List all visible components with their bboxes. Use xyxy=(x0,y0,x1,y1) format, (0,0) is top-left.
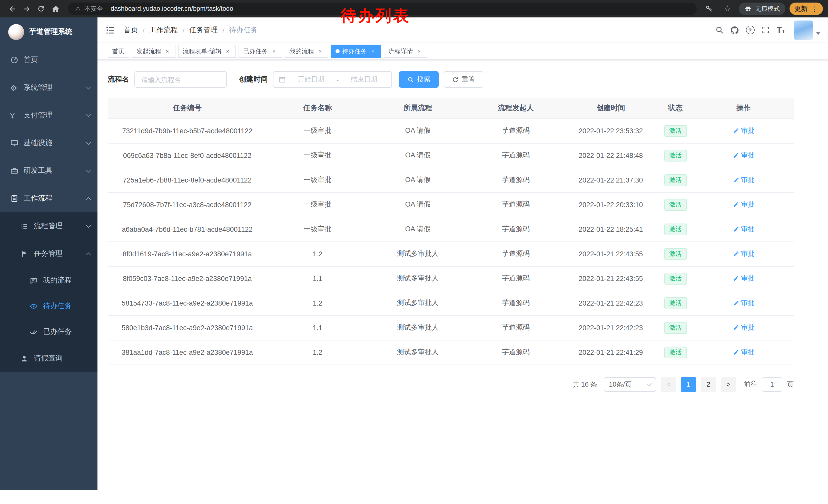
cell-starter: 芋道源码 xyxy=(467,266,564,291)
tab-close-icon[interactable]: × xyxy=(416,48,423,55)
page-size-select[interactable]: 10条/页 xyxy=(604,377,656,392)
sidebar-item-process-management[interactable]: 流程管理 xyxy=(0,212,97,240)
font-size-icon[interactable]: TT xyxy=(773,22,788,38)
header-process: 所属流程 xyxy=(368,98,467,119)
reset-button-label: 重置 xyxy=(462,75,475,84)
browser-home-icon[interactable] xyxy=(48,2,63,16)
search-icon[interactable] xyxy=(711,22,727,38)
bookmark-star-icon[interactable]: ☆ xyxy=(720,2,735,16)
browser-reload-icon[interactable] xyxy=(34,2,48,16)
yen-icon: ¥ xyxy=(10,111,24,119)
help-icon[interactable]: ? xyxy=(742,22,758,38)
cell-task-id: 580e1b3d-7ac8-11ec-a9e2-a2380e71991a xyxy=(108,315,267,340)
chevron-down-icon xyxy=(86,112,91,117)
github-icon[interactable] xyxy=(727,22,742,38)
approve-link[interactable]: 审批 xyxy=(733,225,754,234)
table-row: a6aba0a4-7b6d-11ec-b781-acde48001122 一级审… xyxy=(108,217,794,241)
sidebar-item-devtools[interactable]: 研发工具 xyxy=(0,157,97,185)
browser-update-button[interactable]: 更新 ⋮ xyxy=(790,3,823,15)
sidebar-item-my-process[interactable]: 我的流程 xyxy=(0,268,97,293)
browser-back-icon[interactable] xyxy=(5,2,19,16)
goto-page-input[interactable] xyxy=(762,377,782,392)
sidebar-item-todo-tasks[interactable]: 待办任务 xyxy=(0,293,97,319)
tab-close-icon[interactable]: × xyxy=(271,48,278,55)
tab-process-detail[interactable]: 流程详情 × xyxy=(384,45,427,58)
sidebar-item-label: 研发工具 xyxy=(24,166,87,175)
prev-page-button[interactable]: < xyxy=(661,377,676,392)
browser-menu-dots-icon[interactable]: ⋮ xyxy=(811,5,818,12)
tab-todo-tasks[interactable]: 待办任务 × xyxy=(331,45,381,58)
tab-close-icon[interactable]: × xyxy=(164,48,171,55)
sidebar-item-payment[interactable]: ¥ 支付管理 xyxy=(0,101,97,129)
table-row: 381aa1dd-7ac8-11ec-a9e2-a2380e71991a 1.2… xyxy=(108,340,794,365)
pencil-icon xyxy=(733,201,739,208)
approve-link[interactable]: 审批 xyxy=(733,299,754,308)
tab-form-edit[interactable]: 流程表单-编辑 × xyxy=(178,45,236,58)
password-key-icon[interactable] xyxy=(702,2,716,16)
sidebar-item-leave-query[interactable]: 请假查询 xyxy=(0,345,97,372)
sidebar-item-label: 任务管理 xyxy=(34,249,87,259)
page-button-1[interactable]: 1 xyxy=(681,377,696,392)
date-range-picker[interactable]: 开始日期 - 结束日期 xyxy=(273,71,392,88)
sidebar-item-system[interactable]: ⚙ 系统管理 xyxy=(0,74,97,101)
cell-task-id: 8f0d1619-7ac8-11ec-a9e2-a2380e71991a xyxy=(108,241,267,266)
status-badge: 激活 xyxy=(664,248,687,260)
approve-link[interactable]: 审批 xyxy=(733,348,754,357)
browser-forward-icon[interactable] xyxy=(19,2,34,16)
screen: ⚠ 不安全 dashboard.yudao.iocoder.cn/bpm/tas… xyxy=(0,0,828,504)
pencil-icon xyxy=(733,349,739,355)
cell-process: OA 请假 xyxy=(368,168,467,192)
sidebar-item-infrastructure[interactable]: 基础设施 xyxy=(0,129,97,157)
approve-link[interactable]: 审批 xyxy=(733,200,754,209)
cell-task-name: 一级审批 xyxy=(267,119,368,143)
status-badge: 激活 xyxy=(664,273,687,284)
tab-close-icon[interactable]: × xyxy=(224,48,232,55)
end-date-placeholder[interactable]: 结束日期 xyxy=(342,75,386,84)
chevron-down-icon xyxy=(86,223,91,228)
avatar-caret-icon[interactable] xyxy=(816,32,820,35)
cell-task-name: 一级审批 xyxy=(267,168,368,192)
chevron-down-icon xyxy=(86,84,91,89)
breadcrumb-separator: / xyxy=(142,26,145,34)
process-name-input[interactable] xyxy=(134,71,227,88)
sidebar-item-workflow[interactable]: 工作流程 xyxy=(0,185,97,212)
tab-home[interactable]: 首页 xyxy=(108,45,129,58)
approve-link[interactable]: 审批 xyxy=(733,175,754,185)
tab-start-process[interactable]: 发起流程 × xyxy=(132,45,175,58)
sidebar-collapse-icon[interactable] xyxy=(105,25,115,35)
status-badge: 激活 xyxy=(664,223,687,235)
cell-process: OA 请假 xyxy=(368,119,467,143)
approve-link[interactable]: 审批 xyxy=(733,249,754,259)
todo-task-table: 任务编号 任务名称 所属流程 流程发起人 创建时间 状态 操作 73211d9d… xyxy=(108,98,794,365)
breadcrumb-item-home[interactable]: 首页 xyxy=(124,26,138,35)
user-avatar[interactable] xyxy=(794,20,813,40)
fullscreen-icon[interactable] xyxy=(758,22,773,38)
approve-link[interactable]: 审批 xyxy=(733,274,754,283)
sidebar-item-home[interactable]: 首页 xyxy=(0,46,97,74)
annotation-overlay-text: 待办列表 xyxy=(341,5,410,27)
tab-close-icon[interactable]: × xyxy=(317,48,324,55)
reset-button[interactable]: 重置 xyxy=(444,71,483,88)
cell-process: 测试多审批人 xyxy=(368,266,467,291)
tab-my-process[interactable]: 我的流程 × xyxy=(285,45,328,58)
tab-done-tasks[interactable]: 已办任务 × xyxy=(239,45,282,58)
list-icon xyxy=(20,222,34,230)
start-date-placeholder[interactable]: 开始日期 xyxy=(289,75,333,84)
goto-label: 前往 xyxy=(744,380,757,389)
cell-process: OA 请假 xyxy=(368,143,467,168)
search-button[interactable]: 搜索 xyxy=(399,71,439,88)
eye-icon xyxy=(30,302,43,310)
approve-link[interactable]: 审批 xyxy=(733,151,754,160)
next-page-button[interactable]: > xyxy=(721,377,736,392)
breadcrumb-item-task-management[interactable]: 任务管理 xyxy=(189,26,218,35)
sidebar-item-task-management[interactable]: 任务管理 xyxy=(0,240,97,268)
app-logo[interactable]: 芋道管理系统 xyxy=(0,17,97,46)
breadcrumb-item-workflow[interactable]: 工作流程 xyxy=(149,26,178,35)
approve-link[interactable]: 审批 xyxy=(733,323,754,332)
page-button-2[interactable]: 2 xyxy=(701,377,716,392)
sidebar-item-done-tasks[interactable]: 已办任务 xyxy=(0,319,97,345)
sidebar-item-label: 我的流程 xyxy=(43,276,90,285)
cell-process: 测试多审批人 xyxy=(368,315,467,340)
approve-link[interactable]: 审批 xyxy=(733,126,754,135)
tab-close-icon[interactable]: × xyxy=(369,48,377,55)
